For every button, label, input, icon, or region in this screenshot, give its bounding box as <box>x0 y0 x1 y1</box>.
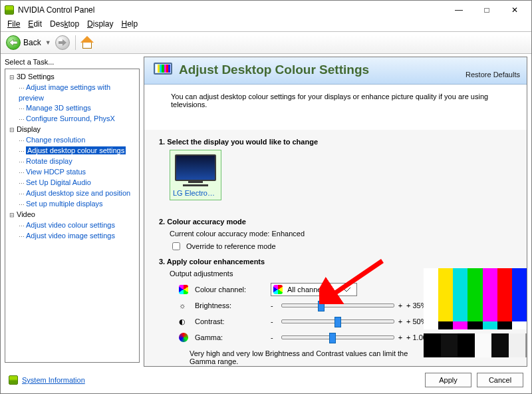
channel-label: Colour channel: <box>195 286 269 294</box>
palette-icon-small <box>273 285 283 294</box>
minimize-button[interactable]: — <box>445 1 473 19</box>
toolbar-separator <box>75 35 76 50</box>
apply-button[interactable]: Apply <box>425 373 471 387</box>
tree-configure-surround[interactable]: Configure Surround, PhysX <box>19 114 138 124</box>
sec1-title: 1. Select the display you would like to … <box>159 138 517 146</box>
gamma-note: Very high and very low Brightness and Co… <box>190 349 409 365</box>
tree-rotate-display[interactable]: Rotate display <box>19 156 138 167</box>
tree-digital-audio[interactable]: Set Up Digital Audio <box>19 178 138 188</box>
system-information-link[interactable]: System Information <box>9 375 85 385</box>
settings-section: 1. Select the display you would like to … <box>144 130 527 367</box>
window-title: NVIDIA Control Panel <box>18 5 445 15</box>
page-title: Adjust Desktop Colour Settings <box>179 63 369 77</box>
tree-display[interactable]: Display Change resolution Adjust desktop… <box>9 124 138 210</box>
gamma-thumb[interactable] <box>329 333 336 343</box>
page-description: You can adjust desktop colour settings f… <box>171 93 517 108</box>
tree-video[interactable]: Video Adjust video colour settings Adjus… <box>9 210 138 242</box>
header-monitor-icon <box>154 63 172 77</box>
minus-label: - <box>271 301 280 309</box>
menu-file[interactable]: File <box>3 19 24 31</box>
main-header: Adjust Desktop Colour Settings Restore D… <box>144 57 527 85</box>
tree-video-colour[interactable]: Adjust video colour settings <box>19 220 138 231</box>
sec3-title: 3. Apply colour enhancements <box>159 258 517 266</box>
arrow-left-icon <box>9 39 17 46</box>
gamma-slider[interactable] <box>281 335 394 339</box>
tree-3d-settings[interactable]: 3D Settings Adjust image settings with p… <box>9 72 138 124</box>
maximize-button[interactable]: □ <box>473 1 501 19</box>
tree-hdcp-status[interactable]: View HDCP status <box>19 167 138 178</box>
tree-change-resolution[interactable]: Change resolution <box>19 135 138 146</box>
main-body: You can adjust desktop colour settings f… <box>144 85 527 367</box>
brightness-icon: ☼ <box>179 301 194 309</box>
menu-display[interactable]: Display <box>83 19 117 31</box>
colour-test-pattern <box>424 268 527 357</box>
back-button[interactable] <box>6 35 21 50</box>
tree-adjust-image-preview[interactable]: Adjust image settings with preview <box>19 83 138 103</box>
override-label: Override to reference mode <box>186 242 276 250</box>
nvidia-icon <box>9 375 18 385</box>
tree-video-image[interactable]: Adjust video image settings <box>19 231 138 242</box>
task-label: Select a Task... <box>5 57 140 69</box>
section-accuracy-mode: 2. Colour accuracy mode Current colour a… <box>159 218 517 252</box>
gamma-label: Gamma: <box>195 333 269 341</box>
override-checkbox-row[interactable]: Override to reference mode <box>170 240 517 252</box>
menu-edit[interactable]: Edit <box>24 19 46 31</box>
back-dropdown-icon[interactable]: ▼ <box>45 39 51 46</box>
contrast-label: Contrast: <box>195 317 269 325</box>
override-checkbox[interactable] <box>172 242 180 250</box>
restore-defaults-link[interactable]: Restore Defaults <box>466 71 520 79</box>
body: Select a Task... 3D Settings Adjust imag… <box>1 54 531 367</box>
sec2-title: 2. Colour accuracy mode <box>159 218 517 226</box>
brightness-slider[interactable] <box>281 303 394 307</box>
display-name: LG Electronics… <box>173 189 218 197</box>
colour-channel-select[interactable]: All channels <box>271 283 357 296</box>
close-button[interactable]: ✕ <box>501 1 529 19</box>
gamma-icon <box>179 333 188 342</box>
display-card[interactable]: LG Electronics… <box>170 150 221 200</box>
forward-button[interactable] <box>55 35 70 50</box>
contrast-thumb[interactable] <box>334 317 341 327</box>
home-icon[interactable] <box>81 37 93 49</box>
title-bar: NVIDIA Control Panel — □ ✕ <box>1 1 531 19</box>
main-panel: Adjust Desktop Colour Settings Restore D… <box>144 57 527 367</box>
arrow-right-icon <box>59 39 66 46</box>
toolbar: Back ▼ <box>1 31 531 54</box>
app-icon <box>5 5 14 15</box>
footer-bar: System Information Apply Cancel <box>1 367 531 393</box>
plus-label: + <box>396 301 405 309</box>
tree-adjust-colour[interactable]: Adjust desktop colour settings <box>19 146 138 156</box>
brightness-label: Brightness: <box>195 301 269 309</box>
task-tree[interactable]: 3D Settings Adjust image settings with p… <box>5 69 140 363</box>
palette-icon <box>179 285 188 294</box>
sidebar: Select a Task... 3D Settings Adjust imag… <box>1 54 144 367</box>
app-window: NVIDIA Control Panel — □ ✕ File Edit Des… <box>0 0 532 394</box>
tree-desktop-size[interactable]: Adjust desktop size and position <box>19 188 138 199</box>
menu-desktop[interactable]: Desktop <box>46 19 83 31</box>
tree-multiple-displays[interactable]: Set up multiple displays <box>19 199 138 210</box>
contrast-icon: ◐ <box>179 317 194 326</box>
section-select-display: 1. Select the display you would like to … <box>159 138 517 200</box>
menu-file-label: ile <box>12 19 20 29</box>
cancel-button[interactable]: Cancel <box>477 373 523 387</box>
menu-help[interactable]: Help <box>117 19 142 31</box>
accuracy-status: Current colour accuracy mode: Enhanced <box>170 230 517 238</box>
tree-manage-3d[interactable]: Manage 3D settings <box>19 103 138 114</box>
brightness-thumb[interactable] <box>318 301 325 311</box>
contrast-slider[interactable] <box>281 319 394 323</box>
back-label: Back <box>23 38 41 47</box>
monitor-icon <box>175 154 216 181</box>
menu-bar: File Edit Desktop Display Help <box>1 19 531 31</box>
